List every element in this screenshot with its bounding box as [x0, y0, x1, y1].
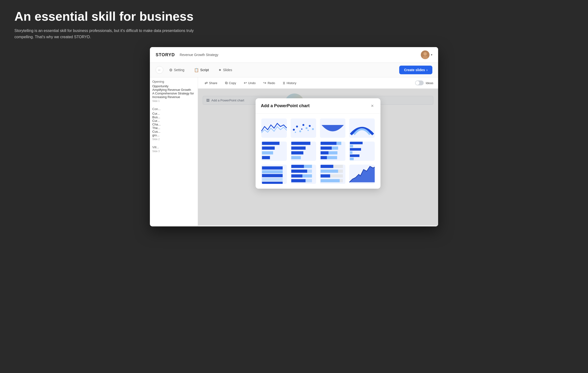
chart-preview-hbar4: [349, 142, 375, 161]
chart-option-hbar4[interactable]: [349, 141, 375, 161]
svg-rect-31: [350, 148, 361, 151]
chart-preview-area1: [349, 165, 375, 184]
undo-icon: ↩: [244, 81, 247, 85]
svg-rect-41: [304, 165, 312, 168]
modal-close-button[interactable]: ×: [369, 103, 375, 109]
svg-rect-30: [350, 145, 353, 148]
chart-preview-stacked1: [261, 165, 287, 184]
tab-setting-label: Setting: [174, 68, 184, 72]
svg-rect-15: [262, 151, 273, 154]
tab-slides[interactable]: ✦ Slides: [214, 66, 236, 74]
tab-script[interactable]: 📋 Script: [190, 66, 213, 74]
history-icon: ⧖: [283, 81, 285, 85]
chart-option-dots[interactable]: [290, 118, 316, 138]
svg-rect-20: [291, 156, 301, 159]
chart-preview-bowl: [320, 118, 346, 138]
modal-header: Add a PowerPoint chart ×: [256, 98, 380, 114]
redo-icon: ↪: [263, 81, 266, 85]
svg-point-11: [301, 128, 302, 130]
slide-cha: Cha...: [152, 123, 195, 126]
copy-icon: ⧉: [225, 81, 228, 85]
avatar-caret[interactable]: ▾: [431, 53, 432, 56]
ideas-toggle-area: Ideas: [415, 81, 433, 85]
svg-rect-51: [321, 170, 338, 173]
chart-option-hbar2[interactable]: [290, 141, 316, 161]
slide-2-label: Slide 2: [152, 138, 195, 141]
slide-vill: Vill...: [152, 145, 195, 149]
chart-preview-hbar3: [320, 142, 346, 161]
history-button[interactable]: ⧖ History: [281, 80, 298, 86]
svg-rect-27: [321, 156, 327, 159]
svg-rect-32: [350, 151, 353, 154]
chart-preview-hbar2: [291, 142, 316, 161]
svg-rect-39: [262, 182, 283, 185]
chart-option-stacked3[interactable]: [319, 164, 346, 184]
ideas-toggle[interactable]: [415, 81, 424, 85]
undo-button[interactable]: ↩ Undo: [242, 80, 257, 86]
svg-rect-44: [291, 174, 302, 177]
share-icon: ⇄: [205, 81, 208, 85]
tab-slides-label: Slides: [223, 68, 232, 72]
editor-area: ⇄ Share ⧉ Copy ↩ Undo ↪ Redo ⧖ History: [198, 77, 438, 226]
chart-option-arc[interactable]: [349, 118, 375, 138]
app-logo: STORYD: [156, 52, 175, 57]
chart-option-area1[interactable]: [349, 164, 375, 184]
history-label: History: [287, 81, 296, 85]
svg-point-3: [293, 129, 295, 131]
share-label: Share: [209, 81, 217, 85]
slide-opportunity: Opportunity: [152, 84, 195, 88]
avatar[interactable]: [421, 51, 430, 59]
svg-point-4: [296, 126, 298, 128]
ideas-label: Ideas: [426, 81, 433, 85]
copy-button[interactable]: ⧉ Copy: [223, 80, 238, 86]
tab-script-label: Script: [200, 68, 209, 72]
chart-preview-stacked3: [320, 165, 346, 184]
svg-rect-42: [291, 170, 307, 173]
app-topbar: STORYD Revenue Growth Strategy ▾: [150, 47, 438, 63]
modal-title: Add a PowerPoint chart: [261, 103, 310, 108]
svg-rect-22: [336, 142, 341, 145]
chart-option-wave[interactable]: [261, 118, 287, 138]
svg-rect-35: [262, 166, 283, 170]
chart-option-bowl[interactable]: [319, 118, 346, 138]
svg-point-1: [423, 52, 427, 55]
doc-title: Revenue Growth Strategy: [180, 53, 421, 57]
setting-icon: ⚙: [169, 68, 172, 72]
slide-cur1: Cur...: [152, 112, 195, 115]
app-window: STORYD Revenue Growth Strategy ▾ ← ⚙ Set…: [150, 47, 438, 226]
share-button[interactable]: ⇄ Share: [203, 80, 219, 86]
svg-rect-46: [291, 179, 306, 182]
svg-rect-13: [262, 142, 280, 145]
svg-rect-23: [321, 147, 332, 150]
app-main: Opening Opportunity Amplifying Revenue G…: [150, 77, 438, 226]
svg-point-7: [305, 127, 307, 129]
slide-bus: Bus...: [152, 115, 195, 119]
hero-title: An essential skill for business: [14, 10, 574, 23]
svg-point-12: [307, 130, 309, 131]
create-slides-button[interactable]: Create slides ›: [399, 66, 432, 74]
svg-rect-36: [262, 170, 283, 173]
svg-rect-25: [321, 151, 329, 154]
slide-amplifying: Amplifying Revenue Growth: [152, 88, 195, 92]
svg-rect-24: [332, 147, 338, 150]
script-content: 🐷 飞猪ai导航 🖼 Add a PowerPoint chart Add a …: [198, 89, 438, 226]
svg-point-8: [309, 125, 311, 127]
slides-icon: ✦: [218, 68, 221, 72]
slide-sidebar[interactable]: Opening Opportunity Amplifying Revenue G…: [150, 77, 198, 226]
tab-setting[interactable]: ⚙ Setting: [165, 66, 188, 74]
svg-rect-28: [327, 156, 337, 159]
redo-button[interactable]: ↪ Redo: [261, 80, 277, 86]
hero-subtitle: Storytelling is an essential skill for b…: [14, 28, 202, 40]
chart-option-stacked1[interactable]: [261, 164, 287, 184]
back-button[interactable]: ←: [156, 66, 163, 74]
script-icon: 📋: [194, 68, 199, 72]
slide-con: Con...: [152, 107, 195, 111]
chart-option-hbar3[interactable]: [319, 141, 346, 161]
chart-option-stacked2[interactable]: [290, 164, 316, 184]
chart-preview-wave: [261, 118, 287, 138]
svg-rect-21: [321, 142, 336, 145]
chart-option-hbar1[interactable]: [261, 141, 287, 161]
create-slides-label: Create slides: [404, 68, 425, 72]
chart-preview-hbar1: [261, 142, 287, 161]
app-subnav: ← ⚙ Setting 📋 Script ✦ Slides Create sli…: [150, 63, 438, 77]
